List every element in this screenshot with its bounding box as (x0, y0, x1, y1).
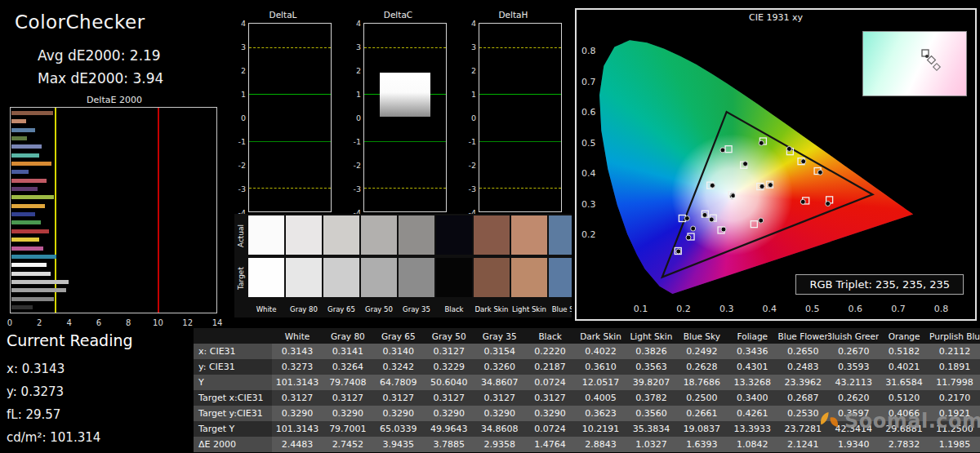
axis-tick-label: 0.7 (891, 304, 906, 314)
axis-tick-label: 3 (241, 42, 246, 51)
axis-tick-label: -2 (238, 161, 246, 170)
table-cell: 0.2687 (777, 390, 828, 406)
table-column-header: Gray 50 (424, 328, 474, 344)
table-cell: 0.4301 (727, 359, 777, 375)
table-cell: 1.6393 (676, 437, 727, 452)
table-cell: 0.3290 (525, 406, 576, 421)
axis-tick-label: -2 (469, 161, 476, 170)
table-cell: 0.4005 (576, 390, 626, 406)
table-cell: 0.3290 (373, 406, 424, 421)
deltae-bar (11, 187, 38, 191)
deltae-bar (11, 238, 39, 242)
table-cell: 0.3782 (626, 390, 676, 406)
deltae-bar (11, 220, 41, 224)
table-cell: 0.3127 (424, 390, 474, 406)
tolerance-line (364, 47, 446, 48)
swatch-labels: WhiteGray 80Gray 65Gray 50Gray 35BlackDa… (248, 302, 572, 318)
swatch-target (248, 258, 284, 297)
swatch-target (286, 258, 322, 297)
swatch-target (474, 258, 510, 297)
deltae-bar (11, 263, 47, 267)
table-cell: 0.0724 (525, 375, 576, 390)
cie-1931-panel: CIE 1931 xy RGB Triplet: 235, 235, 235 0… (575, 8, 977, 321)
axis-tick-label: 10 (153, 318, 163, 327)
table-cell: 0.3127 (272, 390, 323, 406)
deltae-bar (11, 153, 39, 158)
swatch-column-label: Gray 50 (361, 302, 397, 318)
measured-marker (710, 183, 715, 188)
table-cell: 23.3962 (777, 375, 828, 390)
current-reading-panel: Current Reading x: 0.3143 y: 0.3273 fL: … (7, 331, 203, 449)
axis-tick-label: -3 (238, 184, 246, 193)
mini-charts-row: DeltaL43210-1-2-3-4DeltaC43210-1-2-3-4De… (234, 10, 563, 212)
inset-diamond-marker (933, 64, 940, 70)
delta-e-chart-title: DeltaE 2000 (7, 95, 222, 105)
axis-tick-label: -3 (354, 184, 361, 193)
mini-chart-plot (248, 23, 332, 212)
swatch-target (361, 258, 397, 297)
table-cell: 79.7001 (323, 421, 373, 437)
table-cell: 0.3563 (626, 359, 676, 375)
deltae-bar (11, 179, 47, 183)
measured-marker (743, 162, 748, 167)
table-cell: 0.3127 (323, 390, 373, 406)
axis-tick-label: 0.2 (581, 229, 596, 240)
axis-tick-label: 0.4 (581, 168, 596, 179)
swatch-actual (511, 215, 547, 255)
axis-tick-label: 8 (126, 318, 131, 327)
table-column-header: Black (525, 328, 576, 344)
table-cell: 2.7832 (879, 437, 929, 452)
table-cell: 0.3127 (373, 390, 424, 406)
swatch-actual (549, 215, 572, 255)
tolerance-line (249, 188, 331, 189)
axis-tick-label: 0.6 (849, 304, 863, 314)
table-cell: 0.2628 (676, 359, 727, 375)
table-cell: 0.2620 (828, 390, 879, 406)
table-cell: 2.8843 (576, 437, 626, 452)
swatch-target (399, 258, 434, 297)
table-column-header: Gray 65 (373, 328, 424, 344)
deltae-bars (11, 111, 213, 309)
deltae-bar (11, 288, 66, 292)
watermark: Soomal.com (818, 410, 980, 433)
axis-tick-label: 0 (471, 113, 476, 122)
table-column-header: Light Skin (626, 328, 676, 344)
axis-tick-label: 0.1 (634, 304, 648, 314)
target-line (479, 94, 561, 95)
swatch-target (436, 258, 472, 297)
measured-marker (760, 184, 764, 189)
axis-tick-label: 14 (212, 318, 223, 327)
axis-tick-label: 4 (471, 19, 476, 28)
table-row-label: ΔE 2000 (194, 437, 272, 452)
reading-x: x: 0.3143 (7, 358, 203, 380)
swatch-target (549, 258, 572, 297)
measured-marker (709, 217, 714, 222)
axis-tick-label: 4 (241, 19, 246, 28)
delta-e-chart-plot (10, 107, 217, 313)
swatch-row-actual (248, 215, 572, 255)
mini-chart-body: 43210-1-2-3-4 (350, 23, 447, 212)
table-cell: 0.3826 (626, 344, 676, 359)
table-cell: 0.2483 (777, 359, 828, 375)
measured-marker (759, 218, 764, 223)
table-cell: 0.3400 (727, 390, 777, 406)
axis-tick-label: 1 (241, 90, 246, 99)
measured-marker (684, 216, 689, 221)
table-cell: 0.3273 (272, 359, 323, 375)
axis-tick-label: 0.8 (934, 304, 949, 314)
watermark-text: Soomal.com (844, 410, 980, 433)
table-cell: 0.3127 (424, 344, 474, 359)
delta-e-bar-chart: DeltaE 2000 02468101214 (7, 95, 222, 330)
axis-tick-label: 12 (182, 318, 193, 327)
swatch-target (511, 258, 547, 297)
table-cell: 0.3623 (576, 406, 626, 421)
deltae-bar (11, 119, 26, 123)
axis-tick-label: 0 (7, 318, 12, 327)
mini-chart-body: 43210-1-2-3-4 (234, 23, 332, 212)
table-cell: 43.2113 (828, 375, 879, 390)
measured-marker (786, 146, 791, 151)
target-line (364, 141, 446, 142)
deltae-bar (11, 229, 49, 233)
measurement-table: WhiteGray 80Gray 65Gray 50Gray 35BlackDa… (194, 328, 980, 452)
mini-chart-body: 43210-1-2-3-4 (465, 23, 562, 212)
